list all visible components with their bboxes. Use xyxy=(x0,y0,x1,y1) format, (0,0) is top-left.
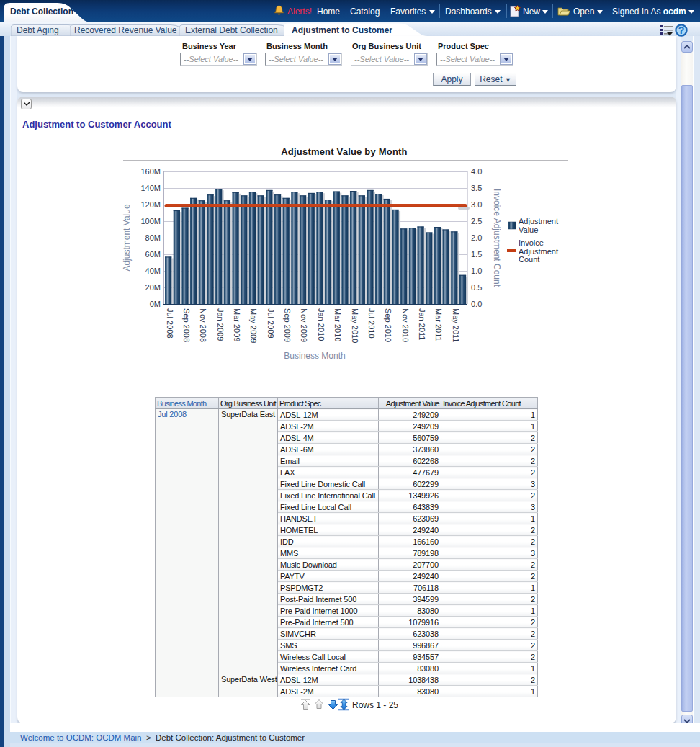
svg-text:1.0: 1.0 xyxy=(471,267,482,275)
svg-text:Business Month: Business Month xyxy=(284,351,345,361)
svg-text:Adjustment Value by Month: Adjustment Value by Month xyxy=(281,146,407,157)
svg-text:Adjustment to Customer: Adjustment to Customer xyxy=(292,25,392,35)
svg-text:Debt Aging: Debt Aging xyxy=(17,25,59,35)
svg-text:0M: 0M xyxy=(150,300,161,308)
svg-text:?: ? xyxy=(678,24,685,36)
svg-text:100M: 100M xyxy=(140,217,161,225)
svg-text:Sep 2009: Sep 2009 xyxy=(283,308,292,342)
svg-text:0.5: 0.5 xyxy=(471,283,482,292)
svg-text:Jan 2010: Jan 2010 xyxy=(317,308,326,341)
svg-text:60M: 60M xyxy=(145,250,161,259)
svg-text:3.5: 3.5 xyxy=(471,184,482,192)
svg-text:Jul 2010: Jul 2010 xyxy=(367,308,376,339)
svg-text:Recovered Revenue Value: Recovered Revenue Value xyxy=(74,25,177,35)
svg-text:Adjustment: Adjustment xyxy=(519,247,558,256)
svg-text:Adjustment Value: Adjustment Value xyxy=(122,204,132,271)
svg-text:Sep 2010: Sep 2010 xyxy=(384,308,392,342)
svg-text:140M: 140M xyxy=(140,184,161,192)
svg-text:20M: 20M xyxy=(145,283,161,292)
svg-text:2.5: 2.5 xyxy=(471,217,482,225)
svg-text:120M: 120M xyxy=(140,200,161,209)
svg-text:Nov 2008: Nov 2008 xyxy=(199,308,207,342)
svg-text:0.0: 0.0 xyxy=(471,300,482,308)
svg-text:4.0: 4.0 xyxy=(471,167,482,176)
svg-text:Jul 2008: Jul 2008 xyxy=(166,308,174,339)
svg-text:Rows 1 - 25: Rows 1 - 25 xyxy=(352,700,398,710)
svg-text:May 2011: May 2011 xyxy=(452,308,460,342)
svg-text:Count: Count xyxy=(519,255,539,264)
svg-text:3.0: 3.0 xyxy=(471,200,482,209)
svg-text:External Debt Collection: External Debt Collection xyxy=(185,25,278,35)
svg-text:Value: Value xyxy=(519,225,538,234)
svg-text:80M: 80M xyxy=(145,233,161,242)
svg-text:160M: 160M xyxy=(140,167,161,176)
svg-text:Adjustment: Adjustment xyxy=(519,217,558,225)
svg-text:Invoice: Invoice xyxy=(519,238,544,247)
svg-text:Invoice Adjustment Count: Invoice Adjustment Count xyxy=(492,189,502,287)
svg-text:Mar 2010: Mar 2010 xyxy=(333,308,342,341)
svg-text:2.0: 2.0 xyxy=(471,233,482,242)
svg-text:May 2009: May 2009 xyxy=(249,308,258,343)
svg-text:Jan 2009: Jan 2009 xyxy=(216,308,225,341)
svg-text:Mar 2009: Mar 2009 xyxy=(233,308,241,341)
svg-text:40M: 40M xyxy=(145,267,161,275)
svg-text:Jul 2009: Jul 2009 xyxy=(266,308,275,339)
svg-text:Jan 2011: Jan 2011 xyxy=(418,308,426,340)
svg-text:Nov 2010: Nov 2010 xyxy=(401,308,410,342)
svg-text:Mar 2011: Mar 2011 xyxy=(434,308,443,341)
svg-text:Sep 2008: Sep 2008 xyxy=(182,308,191,342)
svg-text:1.5: 1.5 xyxy=(471,250,482,259)
svg-text:Nov 2009: Nov 2009 xyxy=(300,308,308,342)
svg-text:May 2010: May 2010 xyxy=(351,308,359,343)
